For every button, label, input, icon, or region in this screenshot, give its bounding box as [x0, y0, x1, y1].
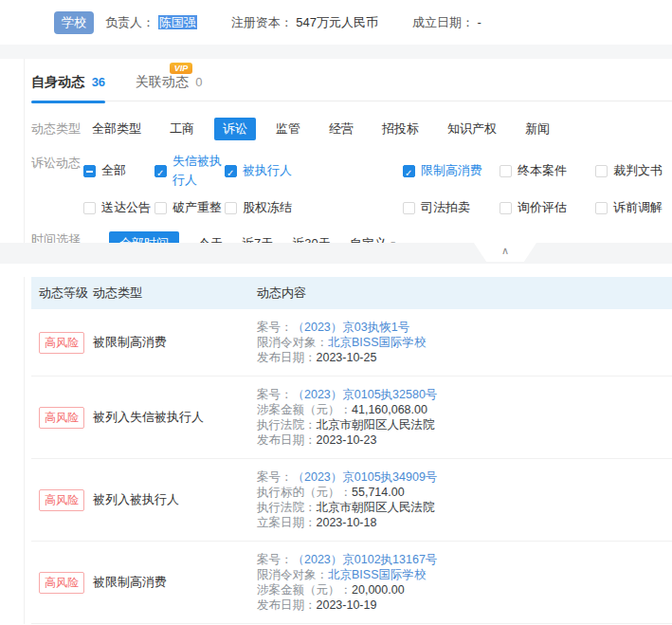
publish-date-value: 2023-10-19 — [317, 598, 377, 612]
checkbox-item-equity-freeze[interactable]: 股权冻结 — [225, 198, 403, 217]
checkbox-item-executee[interactable]: 被执行人 — [225, 152, 403, 190]
filter-row-type: 动态类型 全部类型 工商 诉讼 监管 经营 招投标 知识产权 新闻 — [31, 118, 672, 140]
checkbox-item-all[interactable]: 全部 — [83, 152, 154, 190]
legal-person-label: 负责人： — [105, 15, 154, 29]
checkbox-item-bankruptcy[interactable]: 破产重整 — [154, 198, 225, 217]
checkbox-item-dishonest-executee[interactable]: 失信被执行人 — [154, 152, 225, 190]
checkbox-label-service-announcement: 送达公告 — [101, 198, 151, 217]
risk-level-badge: 高风险 — [39, 407, 84, 429]
court-value: 北京市朝阳区人民法院 — [317, 418, 435, 432]
checkbox-label-dishonest-executee: 失信被执行人 — [173, 152, 225, 190]
collapse-filters-button[interactable]: ∧ — [474, 243, 536, 262]
active-tab-indicator — [31, 101, 105, 103]
checkbox-checked-icon — [225, 165, 237, 177]
type-option-all[interactable]: 全部类型 — [83, 118, 150, 140]
vip-badge: VIP — [170, 63, 193, 74]
type-option-news[interactable]: 新闻 — [517, 118, 558, 140]
checkbox-label-consumption-restriction: 限制高消费 — [421, 161, 482, 180]
restriction-target-label: 限消令对象： — [257, 336, 328, 349]
case-number-label: 案号： — [257, 470, 293, 484]
dynamic-content: 案号：（2023）京0105执34909号 执行标的（元）：55,714.00 … — [257, 469, 672, 530]
collapse-band: ∧ — [0, 243, 672, 264]
checkbox-unchecked-icon — [595, 165, 608, 177]
publish-date-value: 2023-10-23 — [317, 433, 377, 447]
company-type-badge: 学校 — [54, 11, 94, 34]
filter-panel: 动态类型 全部类型 工商 诉讼 监管 经营 招投标 知识产权 新闻 诉讼动态 全… — [31, 101, 672, 256]
checkbox-unchecked-icon — [499, 202, 512, 214]
table-row: 高风险 被限制高消费 案号：（2023）京0102执13167号 限消令对象：北… — [31, 542, 672, 624]
filter-type-label: 动态类型 — [31, 118, 83, 140]
restriction-target-link[interactable]: 北京BISS国际学校 — [328, 336, 427, 349]
dynamic-type: 被列入被执行人 — [93, 491, 257, 508]
dynamic-type: 被列入失信被执行人 — [93, 409, 257, 426]
table-row: 高风险 被列入被执行人 案号：（2023）京0105执34909号 执行标的（元… — [31, 459, 672, 542]
checkbox-item-pretrial-mediation[interactable]: 诉前调解 — [595, 198, 663, 217]
checkbox-item-judicial-auction[interactable]: 司法拍卖 — [403, 198, 499, 217]
publish-date-label: 发布日期： — [257, 351, 317, 364]
checkbox-label-all: 全部 — [101, 161, 126, 180]
court-label: 执行法院： — [257, 501, 317, 514]
type-option-ip[interactable]: 知识产权 — [439, 118, 505, 140]
section-separator — [0, 45, 672, 59]
case-number-link[interactable]: （2023）京03执恢1号 — [293, 321, 410, 334]
tab-related-dynamics-count: 0 — [195, 75, 202, 89]
checkbox-label-judgment-document: 裁判文书 — [613, 161, 663, 180]
checkbox-label-executee: 被执行人 — [243, 161, 292, 180]
registered-capital-value: 547万元人民币 — [296, 15, 378, 29]
checkbox-unchecked-icon — [595, 202, 608, 214]
registered-capital-label: 注册资本： — [231, 15, 293, 29]
execution-target-value: 55,714.00 — [352, 486, 405, 499]
case-amount-value: 20,000.00 — [352, 583, 405, 597]
case-number-link[interactable]: （2023）京0105执34909号 — [293, 470, 438, 484]
checkbox-unchecked-icon — [403, 202, 415, 214]
type-option-bidding[interactable]: 招投标 — [373, 118, 427, 140]
dynamic-content: 案号：（2023）京03执恢1号 限消令对象：北京BISS国际学校 发布日期：2… — [257, 320, 672, 365]
case-amount-value: 41,160,068.00 — [352, 403, 427, 416]
type-option-operation[interactable]: 经营 — [320, 118, 362, 140]
checkbox-unchecked-icon — [154, 202, 167, 214]
case-number-label: 案号： — [257, 321, 293, 334]
type-option-regulation[interactable]: 监管 — [267, 118, 309, 140]
case-number-link[interactable]: （2023）京0102执13167号 — [293, 553, 438, 566]
checkbox-item-inquiry-evaluation[interactable]: 询价评估 — [499, 198, 595, 217]
checkbox-item-consumption-restriction[interactable]: 限制高消费 — [403, 152, 499, 190]
legal-person-field: 负责人： 陈国强 — [105, 14, 197, 31]
case-number-label: 案号： — [257, 388, 293, 401]
checkbox-item-judgment-document[interactable]: 裁判文书 — [595, 152, 663, 190]
checkbox-label-pretrial-mediation: 诉前调解 — [613, 198, 663, 217]
court-value: 北京市朝阳区人民法院 — [317, 501, 435, 514]
tab-self-dynamics[interactable]: 自身动态 36 — [31, 74, 105, 103]
type-option-litigation[interactable]: 诉讼 — [214, 118, 256, 140]
tab-self-dynamics-count: 36 — [92, 75, 105, 89]
tab-related-dynamics[interactable]: VIP 关联动态 0 — [136, 74, 203, 103]
execution-target-label: 执行标的（元）： — [257, 486, 352, 499]
court-label: 执行法院： — [257, 418, 317, 432]
checkbox-unchecked-icon — [83, 202, 96, 214]
case-amount-label: 涉案金额（元）： — [257, 583, 352, 597]
registered-capital-field: 注册资本： 547万元人民币 — [231, 14, 378, 31]
dynamics-table: 动态等级 动态类型 动态内容 高风险 被限制高消费 案号：（2023）京03执恢… — [24, 277, 672, 624]
type-option-business[interactable]: 工商 — [161, 118, 203, 140]
dynamic-type: 被限制高消费 — [93, 334, 257, 351]
checkbox-label-judicial-auction: 司法拍卖 — [421, 198, 470, 217]
litigation-options: 全部 失信被执行人 被执行人 限制高消费 终本案件 — [83, 152, 663, 217]
case-number-link[interactable]: （2023）京0105执32580号 — [293, 388, 438, 401]
filing-date-value: 2023-10-18 — [317, 516, 377, 529]
checkbox-item-terminated-case[interactable]: 终本案件 — [499, 152, 595, 190]
header-level: 动态等级 — [39, 285, 93, 302]
checkbox-label-equity-freeze: 股权冻结 — [243, 198, 292, 217]
restriction-target-link[interactable]: 北京BISS国际学校 — [328, 568, 427, 581]
legal-person-link[interactable]: 陈国强 — [158, 15, 197, 29]
checkbox-label-bankruptcy: 破产重整 — [173, 198, 222, 217]
dynamic-content: 案号：（2023）京0102执13167号 限消令对象：北京BISS国际学校 涉… — [257, 552, 672, 613]
tab-related-dynamics-label: 关联动态 — [136, 74, 189, 89]
case-amount-label: 涉案金额（元）： — [257, 403, 352, 416]
table-row: 高风险 被列入失信被执行人 案号：（2023）京0105执32580号 涉案金额… — [31, 377, 672, 459]
established-date-label: 成立日期： — [412, 15, 474, 29]
company-header: 学校 负责人： 陈国强 注册资本： 547万元人民币 成立日期： - — [0, 0, 672, 45]
dynamic-type: 被限制高消费 — [93, 574, 257, 591]
filter-row-litigation: 诉讼动态 全部 失信被执行人 被执行人 限制高消费 — [31, 152, 672, 217]
established-date-field: 成立日期： - — [412, 14, 481, 31]
checkbox-item-service-announcement[interactable]: 送达公告 — [83, 198, 154, 217]
dynamics-tabs: 自身动态 36 VIP 关联动态 0 — [31, 59, 672, 101]
